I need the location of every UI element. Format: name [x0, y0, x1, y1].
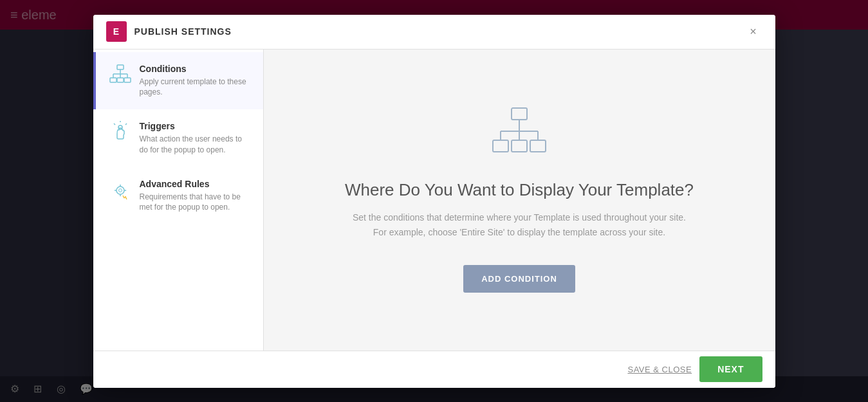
publish-settings-modal: E PUBLISH SETTINGS ×	[93, 15, 775, 388]
conditions-tab-title: Conditions	[140, 64, 250, 74]
modal-sidebar: Conditions Apply current template to the…	[93, 50, 264, 351]
svg-line-31	[125, 123, 127, 125]
tab-advanced-rules[interactable]: Advanced Rules Requirements that have to…	[93, 167, 263, 225]
triggers-icon	[109, 121, 132, 144]
svg-rect-22	[117, 78, 124, 82]
main-description: Set the conditions that determine where …	[353, 210, 686, 239]
triggers-tab-title: Triggers	[140, 121, 250, 131]
main-title: Where Do You Want to Display Your Templa…	[345, 180, 694, 200]
modal-overlay: E PUBLISH SETTINGS ×	[0, 0, 868, 402]
advanced-rules-tab-title: Advanced Rules	[140, 179, 250, 189]
triggers-tab-desc: What action the user needs to do for the…	[140, 134, 250, 156]
svg-rect-36	[512, 108, 527, 120]
svg-rect-37	[493, 140, 508, 152]
conditions-icon	[109, 64, 132, 87]
conditions-tab-desc: Apply current template to these pages.	[140, 77, 250, 98]
svg-rect-21	[110, 78, 116, 82]
modal-header: E PUBLISH SETTINGS ×	[93, 15, 775, 50]
tab-triggers[interactable]: Triggers What action the user needs to d…	[93, 109, 263, 167]
modal-footer: SAVE & CLOSE NEXT	[93, 351, 775, 388]
advanced-rules-tab-desc: Requirements that have to be met for the…	[140, 192, 250, 214]
svg-rect-23	[124, 78, 131, 82]
modal-close-button[interactable]: ×	[744, 23, 762, 41]
modal-main-content: Where Do You Want to Display Your Templa…	[264, 50, 775, 351]
svg-rect-38	[512, 140, 527, 152]
save-close-button[interactable]: SAVE & CLOSE	[627, 365, 692, 374]
svg-rect-39	[530, 140, 546, 152]
svg-point-33	[116, 187, 124, 194]
svg-line-30	[114, 123, 115, 125]
add-condition-button[interactable]: ADD CONDITION	[463, 265, 575, 293]
svg-point-34	[118, 188, 122, 192]
hierarchy-illustration	[490, 107, 548, 161]
modal-title: PUBLISH SETTINGS	[134, 26, 232, 37]
advanced-rules-icon	[109, 179, 132, 202]
tab-conditions[interactable]: Conditions Apply current template to the…	[93, 52, 263, 110]
modal-header-icon: E	[106, 21, 127, 42]
svg-rect-20	[117, 65, 124, 69]
svg-point-35	[125, 196, 126, 197]
next-button[interactable]: NEXT	[699, 356, 762, 382]
modal-body: Conditions Apply current template to the…	[93, 50, 775, 351]
